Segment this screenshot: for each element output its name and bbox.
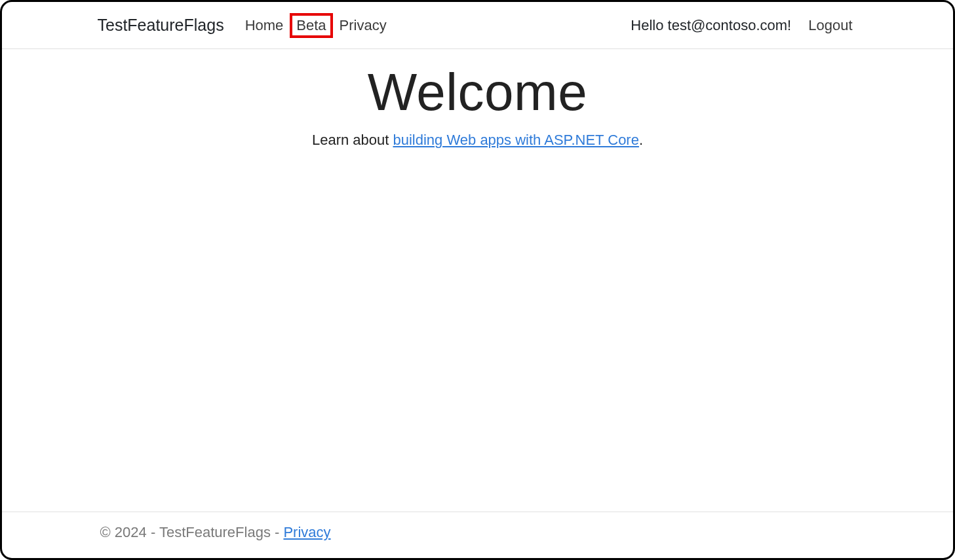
page-title: Welcome [2, 62, 953, 122]
navbar-container: TestFeatureFlags Home Beta Privacy Hello… [91, 13, 865, 38]
learn-prefix: Learn about [312, 132, 393, 148]
footer-privacy-link[interactable]: Privacy [283, 524, 330, 540]
logout-link[interactable]: Logout [803, 14, 857, 37]
nav-beta[interactable]: Beta [290, 13, 332, 38]
nav-links: Home Beta Privacy [240, 13, 392, 38]
learn-link[interactable]: building Web apps with ASP.NET Core [393, 132, 638, 148]
navbar: TestFeatureFlags Home Beta Privacy Hello… [2, 2, 953, 49]
footer-copyright: © 2024 - TestFeatureFlags - [100, 524, 284, 540]
user-greeting: Hello test@contoso.com! [631, 17, 791, 34]
footer-container: © 2024 - TestFeatureFlags - Privacy [91, 524, 865, 541]
nav-home[interactable]: Home [240, 14, 289, 37]
footer: © 2024 - TestFeatureFlags - Privacy [2, 512, 953, 558]
main-content: Welcome Learn about building Web apps wi… [2, 49, 953, 149]
learn-suffix: . [639, 132, 643, 148]
brand-link[interactable]: TestFeatureFlags [98, 16, 224, 35]
learn-line: Learn about building Web apps with ASP.N… [2, 132, 953, 149]
nav-privacy[interactable]: Privacy [334, 14, 392, 37]
